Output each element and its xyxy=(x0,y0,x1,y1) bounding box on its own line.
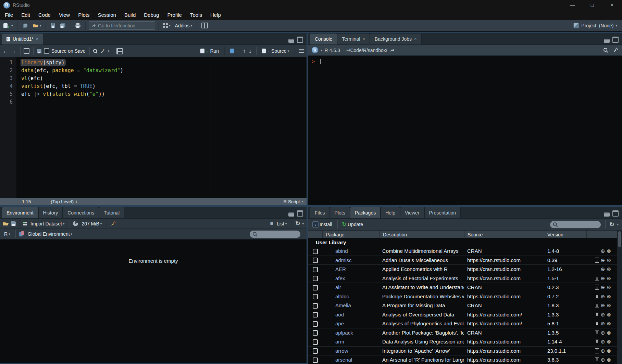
browse-icon[interactable]: ⊕ xyxy=(601,348,605,353)
project-menu[interactable]: Project: (None) ▾ xyxy=(573,23,620,28)
pane-maximize-icon[interactable] xyxy=(297,37,303,43)
source-button[interactable]: → Source ▾ xyxy=(260,47,290,55)
console-search-icon[interactable] xyxy=(603,48,608,53)
remove-package-icon[interactable]: ⊗ xyxy=(607,312,611,317)
remove-package-icon[interactable]: ⊗ xyxy=(607,248,611,254)
package-link[interactable]: admisc xyxy=(322,257,380,263)
package-checkbox[interactable] xyxy=(313,285,318,290)
tab-terminal[interactable]: Terminal× xyxy=(337,33,370,44)
browse-icon[interactable]: ⊕ xyxy=(601,312,605,317)
header-description[interactable]: Description xyxy=(380,231,464,239)
forward-icon[interactable]: → xyxy=(11,48,16,54)
browse-icon[interactable]: ⊕ xyxy=(601,285,605,290)
clear-console-icon[interactable] xyxy=(612,47,619,53)
new-file-button[interactable]: ＋▾ xyxy=(2,21,14,30)
scope-selector[interactable]: (Top Level) xyxy=(51,199,74,204)
remove-package-icon[interactable]: ⊗ xyxy=(607,321,611,326)
remove-package-icon[interactable]: ⊗ xyxy=(607,303,611,308)
package-link[interactable]: Amelia xyxy=(322,302,380,308)
refresh-icon[interactable]: ↻ xyxy=(609,222,614,228)
browse-icon[interactable]: ⊕ xyxy=(601,276,605,281)
browse-icon[interactable]: ⊕ xyxy=(601,321,605,326)
goto-directory-icon[interactable] xyxy=(390,48,395,52)
load-workspace-icon[interactable] xyxy=(3,221,9,226)
package-link[interactable]: AER xyxy=(322,266,380,272)
menu-profile[interactable]: Profile xyxy=(163,10,186,20)
package-link[interactable]: afex xyxy=(322,275,380,281)
menu-help[interactable]: Help xyxy=(206,10,225,20)
source-on-save-checkbox[interactable] xyxy=(44,48,49,54)
tab-close-icon[interactable]: × xyxy=(36,34,39,44)
header-version[interactable]: Version xyxy=(544,231,586,239)
remove-package-icon[interactable]: ⊗ xyxy=(607,357,611,362)
print-button[interactable] xyxy=(74,22,82,29)
browse-icon[interactable]: ⊕ xyxy=(601,294,605,299)
manual-icon[interactable] xyxy=(595,321,599,326)
save-button[interactable] xyxy=(49,22,57,29)
minimize-button[interactable]: — xyxy=(562,0,582,10)
file-type-selector[interactable]: R Script▾ xyxy=(283,199,303,204)
tab-history[interactable]: History xyxy=(38,207,63,218)
tab-close-icon[interactable]: × xyxy=(362,34,365,44)
manual-icon[interactable] xyxy=(595,285,599,290)
tab-plots[interactable]: Plots xyxy=(330,207,350,218)
package-checkbox[interactable] xyxy=(313,267,318,272)
package-checkbox[interactable] xyxy=(313,276,318,281)
package-link[interactable]: arsenal xyxy=(322,357,380,363)
run-button[interactable]: → Run xyxy=(199,47,220,55)
package-link[interactable]: aod xyxy=(322,312,380,317)
remove-package-icon[interactable]: ⊗ xyxy=(607,294,611,299)
run-previous-icon[interactable]: ↑ xyxy=(243,48,246,54)
menu-debug[interactable]: Debug xyxy=(140,10,163,20)
remove-package-icon[interactable]: ⊗ xyxy=(607,258,611,263)
memory-usage-button[interactable]: 207 MiB▾ xyxy=(80,220,103,228)
menu-code[interactable]: Code xyxy=(34,10,55,20)
scrollbar-thumb[interactable] xyxy=(618,231,621,247)
environment-search-input[interactable] xyxy=(250,231,300,238)
import-dataset-button[interactable]: Import Dataset▾ xyxy=(29,220,66,228)
run-next-icon[interactable]: ↓ xyxy=(249,48,252,54)
tab-presentation[interactable]: Presentation xyxy=(424,207,461,218)
menu-plots[interactable]: Plots xyxy=(74,10,94,20)
package-checkbox[interactable] xyxy=(313,330,318,336)
r-version-icon[interactable]: R xyxy=(312,47,318,53)
remove-package-icon[interactable]: ⊗ xyxy=(607,266,611,272)
pane-minimize-icon[interactable] xyxy=(604,212,610,217)
tab-connections[interactable]: Connections xyxy=(63,207,99,218)
menu-tools[interactable]: Tools xyxy=(186,10,206,20)
menu-build[interactable]: Build xyxy=(120,10,140,20)
tab-untitled1[interactable]: R Untitled1* × xyxy=(2,33,43,44)
remove-package-icon[interactable]: ⊗ xyxy=(607,330,611,335)
browse-icon[interactable]: ⊕ xyxy=(601,258,605,263)
language-selector[interactable]: R▾ xyxy=(3,230,12,238)
refresh-icon[interactable]: ↻ xyxy=(295,221,300,226)
menu-view[interactable]: View xyxy=(55,10,74,20)
manual-icon[interactable] xyxy=(595,312,599,317)
browse-icon[interactable]: ⊕ xyxy=(601,339,605,344)
package-checkbox[interactable] xyxy=(313,321,318,327)
package-link[interactable]: air xyxy=(322,284,380,290)
menu-session[interactable]: Session xyxy=(94,10,120,20)
save-all-button[interactable] xyxy=(59,22,67,29)
package-link[interactable]: arm xyxy=(322,339,380,344)
package-checkbox[interactable] xyxy=(313,312,318,317)
package-checkbox[interactable] xyxy=(313,294,318,299)
pane-maximize-icon[interactable] xyxy=(612,210,619,217)
manual-icon[interactable] xyxy=(595,303,599,308)
tab-packages[interactable]: Packages xyxy=(350,207,381,218)
workspace-panes-button[interactable]: ▾ xyxy=(162,22,172,29)
package-link[interactable]: aplpack xyxy=(322,330,380,336)
manual-icon[interactable] xyxy=(595,348,599,353)
package-link[interactable]: arrow xyxy=(322,348,380,354)
maximize-button[interactable]: □ xyxy=(582,0,602,10)
tab-background-jobs[interactable]: Background Jobs× xyxy=(370,33,422,44)
environment-selector[interactable]: Global Environment▾ xyxy=(26,230,74,238)
code-tools-icon[interactable] xyxy=(100,48,106,54)
tab-tutorial[interactable]: Tutorial xyxy=(99,207,124,218)
package-checkbox[interactable] xyxy=(313,249,318,254)
pane-maximize-icon[interactable] xyxy=(297,210,303,217)
open-file-button[interactable]: ▾ xyxy=(31,22,43,29)
console-output[interactable]: > xyxy=(308,56,622,205)
package-link[interactable]: altdoc xyxy=(322,294,380,299)
browse-icon[interactable]: ⊕ xyxy=(601,248,605,254)
